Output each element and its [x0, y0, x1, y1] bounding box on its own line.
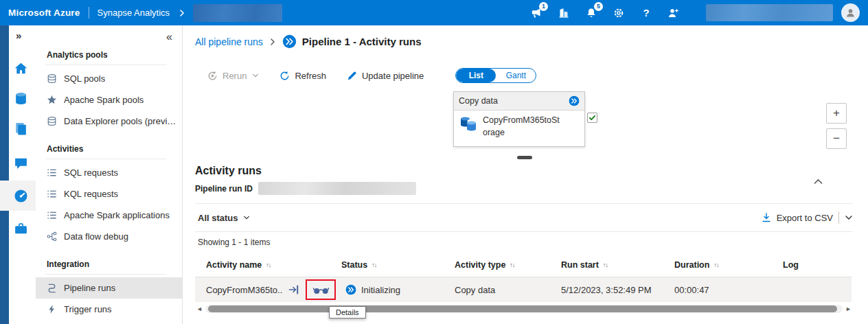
main-content: All pipeline runs Pipeline 1 - Activity … — [183, 25, 868, 324]
data-explorer-pool-icon — [47, 116, 57, 126]
sidebar-item-pipeline-runs[interactable]: Pipeline runs — [36, 277, 182, 299]
details-glasses-icon[interactable] — [313, 286, 329, 294]
scroll-left-arrow[interactable]: ◄ — [195, 305, 204, 312]
gear-icon[interactable] — [613, 7, 625, 19]
column-header-run-start[interactable]: Run start ↑↓ — [561, 260, 608, 270]
rerun-icon — [207, 71, 218, 81]
collapse-section-icon[interactable] — [813, 176, 823, 187]
sort-icon: ↑↓ — [510, 262, 514, 268]
chevron-down-icon — [252, 72, 259, 79]
list-icon — [47, 167, 57, 178]
topbar-actions: 1 5 ? — [515, 3, 860, 22]
activity-node-copy-data[interactable]: Copy data CopyFromM365toStorage — [453, 91, 585, 147]
column-header-activity-type[interactable]: Activity type ↑↓ — [455, 260, 514, 270]
scroll-right-arrow[interactable]: ► — [844, 305, 853, 312]
rail-item-home[interactable] — [0, 54, 36, 82]
rail-item-data[interactable] — [0, 84, 36, 112]
items-count-text: Showing 1 - 1 items — [198, 238, 270, 247]
rerun-button[interactable]: Rerun — [207, 71, 259, 81]
home-icon — [14, 61, 28, 76]
horizontal-scrollbar: ◄ ► — [195, 304, 853, 314]
sidebar-item-data-explorer-pools[interactable]: Data Explorer pools (preview) — [36, 111, 182, 132]
rail-item-develop[interactable] — [0, 115, 36, 142]
download-icon — [762, 213, 771, 222]
manage-icon — [14, 222, 28, 236]
pool-icon — [47, 73, 57, 84]
search-input[interactable] — [706, 4, 833, 21]
status-in-progress-icon — [345, 284, 356, 295]
refresh-icon — [279, 71, 290, 81]
table-row[interactable]: CopyFromM365to... Initializing Copy data… — [195, 277, 852, 302]
input-icon[interactable] — [288, 284, 299, 295]
export-to-csv-button[interactable]: Export to CSV — [777, 213, 833, 223]
synapse-studio-window: Microsoft Azure Synapse Analytics 1 5 ? … — [0, 0, 868, 324]
sidebar-item-trigger-runs[interactable]: Trigger runs — [36, 299, 182, 320]
sidebar-item-apache-spark-pools[interactable]: Apache Spark pools — [36, 89, 182, 111]
activity-runs-title: Activity runs — [195, 165, 262, 177]
breadcrumb-all-pipeline-runs-link[interactable]: All pipeline runs — [195, 36, 263, 47]
alerts-icon[interactable]: 1 — [530, 7, 542, 19]
azure-brand-link[interactable]: Microsoft Azure — [8, 8, 80, 18]
section-divider — [45, 274, 167, 275]
column-header-status[interactable]: Status ↑↓ — [341, 260, 376, 270]
view-toggle: List Gantt — [455, 68, 536, 83]
redacted-workspace-name — [193, 4, 282, 22]
directory-icon[interactable] — [558, 7, 570, 19]
export-menu-chevron-icon[interactable] — [845, 213, 853, 222]
product-name: Synapse Analytics — [98, 8, 170, 18]
alerts-badge: 1 — [539, 2, 548, 11]
view-toggle-list[interactable]: List — [456, 69, 496, 82]
sort-icon: ↑↓ — [266, 262, 271, 268]
topbar: Microsoft Azure Synapse Analytics 1 5 ? — [0, 0, 868, 25]
cell-run-start: 5/12/2023, 3:52:49 PM — [561, 277, 652, 302]
pipeline-run-icon — [282, 34, 297, 49]
sort-icon: ↑↓ — [603, 262, 608, 268]
rail-item-integrate[interactable] — [0, 149, 36, 176]
refresh-button[interactable]: Refresh — [279, 71, 326, 81]
sidebar-item-apache-spark-applications[interactable]: Apache Spark applications — [36, 205, 182, 226]
annotation-highlight-box — [306, 279, 336, 300]
cell-activity-name: CopyFromM365to... — [206, 277, 283, 302]
pipeline-run-id-label: Pipeline run ID — [195, 184, 253, 194]
section-heading-integration: Integration — [36, 253, 182, 274]
column-header-log: Log — [783, 260, 799, 270]
divider — [195, 203, 853, 204]
node-success-checkbox[interactable] — [587, 113, 597, 123]
help-icon[interactable]: ? — [640, 7, 652, 19]
feedback-icon[interactable] — [667, 7, 680, 19]
icon-rail: » — [0, 25, 36, 324]
page-title: Pipeline 1 - Activity runs — [302, 36, 422, 47]
chevron-right-icon — [178, 9, 186, 17]
activity-run-badge-icon — [569, 95, 580, 106]
zoom-out-button[interactable]: − — [826, 128, 847, 149]
details-tooltip: Details — [329, 306, 366, 319]
breadcrumb-separator-icon — [269, 38, 277, 46]
rail-item-manage[interactable] — [0, 215, 36, 242]
view-toggle-gantt[interactable]: Gantt — [496, 69, 536, 82]
scrollbar-track[interactable] — [205, 305, 843, 313]
status-filter-dropdown[interactable]: All status — [198, 209, 250, 226]
list-icon — [47, 210, 57, 220]
notifications-bell-icon[interactable]: 5 — [585, 7, 597, 19]
scrollbar-thumb[interactable] — [208, 305, 837, 312]
avatar[interactable] — [841, 3, 860, 22]
divider — [195, 231, 853, 232]
sidebar-item-kql-requests[interactable]: KQL requests — [36, 183, 182, 205]
collapse-sidebar-icon[interactable]: « — [166, 31, 172, 43]
sidebar-item-sql-pools[interactable]: SQL pools — [36, 68, 182, 89]
rail-item-monitor[interactable] — [0, 181, 36, 211]
sidebar-item-sql-requests[interactable]: SQL requests — [36, 162, 182, 183]
pipeline-icon — [47, 283, 57, 293]
update-pipeline-button[interactable]: Update pipeline — [347, 71, 424, 81]
column-header-activity-name[interactable]: Activity name ↑↓ — [206, 260, 271, 270]
toolbar: Rerun Refresh Update pipeline List Gantt — [207, 67, 536, 84]
export-controls: Export to CSV — [762, 209, 853, 226]
activity-node-label: CopyFromM365toStorage — [483, 115, 562, 139]
column-header-duration[interactable]: Duration ↑↓ — [674, 260, 718, 270]
sort-icon: ↑↓ — [713, 262, 718, 268]
zoom-in-button[interactable]: + — [826, 103, 847, 124]
sidebar-item-data-flow-debug[interactable]: Data flow debug — [36, 226, 182, 247]
canvas-scrollbar-thumb[interactable] — [517, 156, 532, 159]
pencil-icon — [347, 71, 357, 81]
expand-rail-icon[interactable]: » — [16, 30, 21, 41]
